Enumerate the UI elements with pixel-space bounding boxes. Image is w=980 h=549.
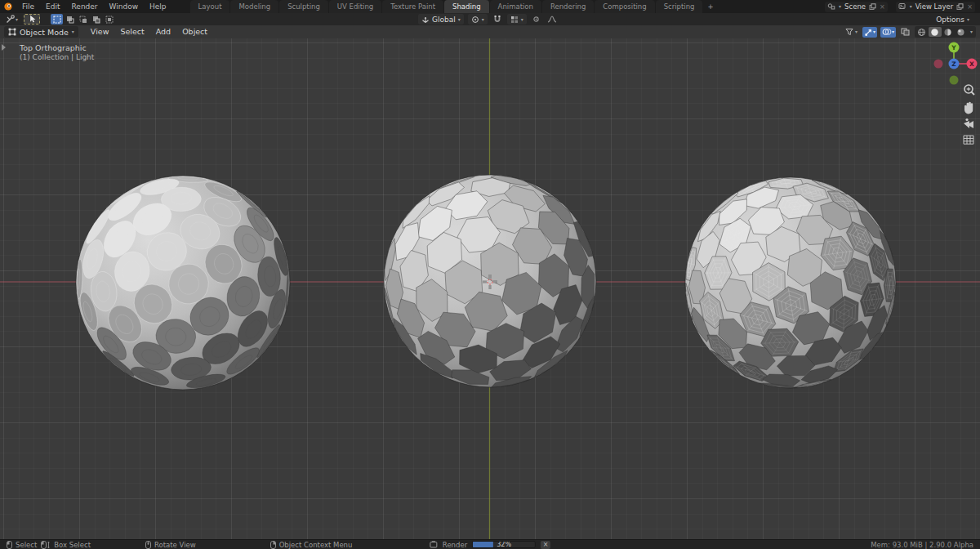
view-layer-selector[interactable]: ▾ View Layer × xyxy=(896,2,975,12)
tab-modeling[interactable]: Modeling xyxy=(230,0,278,13)
sphere-object-blob[interactable] xyxy=(76,176,290,390)
tab-compositing[interactable]: Compositing xyxy=(595,0,654,13)
select-mode-subtract-button[interactable] xyxy=(77,14,89,25)
chevron-down-icon: ▾ xyxy=(910,4,912,9)
tab--[interactable]: + xyxy=(703,0,717,13)
gizmo-arrows-icon xyxy=(864,28,873,37)
blender-window: FileEditRenderWindowHelp LayoutModelingS… xyxy=(0,0,980,549)
tool-settings-icon xyxy=(6,15,16,24)
select-mode-buttons xyxy=(51,14,115,25)
viewport-menu-add[interactable]: Add xyxy=(150,25,176,38)
tab-sculpting[interactable]: Sculpting xyxy=(279,0,328,13)
overlays-icon xyxy=(882,28,892,36)
pivot-point-dropdown[interactable]: ▾ xyxy=(468,14,488,25)
unlink-scene-icon[interactable]: × xyxy=(880,3,885,11)
tab-animation[interactable]: Animation xyxy=(490,0,541,13)
view-layer-name: View Layer xyxy=(915,2,954,11)
hint-label: Select xyxy=(16,541,37,549)
navigation-gizmo[interactable]: YXZ xyxy=(934,42,978,85)
topbar-right: ▾ Scene × ▾ View Layer × xyxy=(825,0,980,13)
shading-rendered-button[interactable] xyxy=(955,27,968,37)
transform-orientation-dropdown[interactable]: Global ▾ xyxy=(418,14,464,25)
snap-target-dropdown[interactable]: ▾ xyxy=(507,14,527,25)
svg-text:X: X xyxy=(969,60,974,68)
scene-name: Scene xyxy=(844,2,866,11)
tab-texture-paint[interactable]: Texture Paint xyxy=(382,0,443,13)
menu-render[interactable]: Render xyxy=(66,0,104,13)
tab-rendering[interactable]: Rendering xyxy=(542,0,594,13)
menu-help[interactable]: Help xyxy=(144,0,172,13)
tab-uv-editing[interactable]: UV Editing xyxy=(329,0,381,13)
options-dropdown[interactable]: Options ▾ xyxy=(933,14,973,25)
chevron-down-icon: ▾ xyxy=(16,17,18,22)
topbar-menus: FileEditRenderWindowHelp xyxy=(16,0,172,13)
render-progress-bar: 32% xyxy=(472,541,536,548)
pivot-icon xyxy=(471,16,479,24)
gizmo-axis-x-neg[interactable] xyxy=(934,60,943,69)
gizmo-axis-y-neg[interactable] xyxy=(950,76,959,85)
zoom-icon[interactable] xyxy=(964,85,974,95)
chevron-down-icon: ▾ xyxy=(521,17,523,22)
proportional-dot-icon xyxy=(532,16,540,23)
filter-funnel-icon xyxy=(845,28,855,36)
mode-dropdown[interactable]: Object Mode ▾ xyxy=(4,26,78,38)
cancel-render-button[interactable]: × xyxy=(541,541,550,549)
menu-window[interactable]: Window xyxy=(104,0,145,13)
viewport-menu-object[interactable]: Object xyxy=(176,25,213,38)
select-mode-extend-button[interactable] xyxy=(64,14,76,25)
xray-toggle[interactable] xyxy=(899,27,911,38)
menu-file[interactable]: File xyxy=(16,0,40,13)
new-view-layer-icon[interactable] xyxy=(956,3,964,11)
tab-shading[interactable]: Shading xyxy=(444,0,489,13)
topbar: FileEditRenderWindowHelp LayoutModelingS… xyxy=(0,0,980,13)
falloff-curve-icon xyxy=(547,16,557,23)
blender-logo-icon[interactable] xyxy=(0,0,16,13)
sphere-object-wire[interactable] xyxy=(685,177,896,388)
keymap-box-select-hint: Box Select xyxy=(41,541,91,549)
chevron-down-icon: ▾ xyxy=(72,29,74,34)
select-mode-intersect-button[interactable] xyxy=(103,14,115,25)
show-gizmo-toggle[interactable]: ▾ xyxy=(862,27,877,38)
chevron-down-icon: ▾ xyxy=(968,29,975,34)
sphere-object-facet[interactable] xyxy=(384,175,596,387)
snap-toggle-button[interactable] xyxy=(492,14,503,25)
render-progress-widget: Render 32% × xyxy=(430,541,550,549)
svg-text:Z: Z xyxy=(951,60,956,68)
chevron-down-icon: ▾ xyxy=(892,29,894,34)
select-mode-new-button[interactable] xyxy=(51,14,63,25)
proportional-falloff-dropdown[interactable] xyxy=(546,14,559,25)
pan-hand-icon[interactable] xyxy=(964,102,973,114)
viewport-3d[interactable]: Top Orthographic (1) Collection | Light … xyxy=(0,38,980,539)
scene-icon xyxy=(827,2,835,11)
select-mode-invert-button[interactable] xyxy=(90,14,102,25)
new-scene-icon[interactable] xyxy=(869,3,876,11)
scene-selector[interactable]: ▾ Scene × xyxy=(825,2,888,12)
chevron-down-icon: ▾ xyxy=(839,4,841,9)
editor-type-button[interactable]: ▾ xyxy=(4,14,20,25)
render-label: Render xyxy=(443,541,467,549)
keymap-rotate-hint: Rotate View xyxy=(145,541,196,549)
show-overlays-toggle[interactable]: ▾ xyxy=(880,27,896,38)
viewport-menus: ViewSelectAddObject xyxy=(85,25,213,38)
chevron-down-icon: ▾ xyxy=(458,17,461,22)
view-layer-icon xyxy=(898,2,906,11)
active-tool-select-box[interactable] xyxy=(24,14,40,25)
viewport-menu-view[interactable]: View xyxy=(85,25,115,38)
viewport-header: Object Mode ▾ ViewSelectAddObject ▾ ▾ xyxy=(0,25,980,38)
object-type-visibility-dropdown[interactable]: ▾ xyxy=(844,27,859,38)
tab-scripting[interactable]: Scripting xyxy=(656,0,703,13)
remove-view-layer-icon[interactable]: × xyxy=(967,3,973,11)
cursor-arrow-icon xyxy=(28,15,37,24)
mouse-drag-icon xyxy=(41,541,51,549)
shading-material-button[interactable] xyxy=(942,27,955,37)
shading-mode-group: ▾ xyxy=(915,26,976,38)
ortho-perspective-toggle-icon[interactable] xyxy=(964,136,973,144)
viewport-menu-select[interactable]: Select xyxy=(114,25,149,38)
menu-edit[interactable]: Edit xyxy=(40,0,65,13)
scene-canvas[interactable]: YXZ xyxy=(0,38,980,539)
tab-layout[interactable]: Layout xyxy=(190,0,230,13)
camera-view-icon[interactable] xyxy=(964,118,973,128)
shading-solid-button[interactable] xyxy=(929,27,942,37)
proportional-editing-toggle[interactable] xyxy=(531,14,541,25)
shading-wireframe-button[interactable] xyxy=(915,27,929,37)
